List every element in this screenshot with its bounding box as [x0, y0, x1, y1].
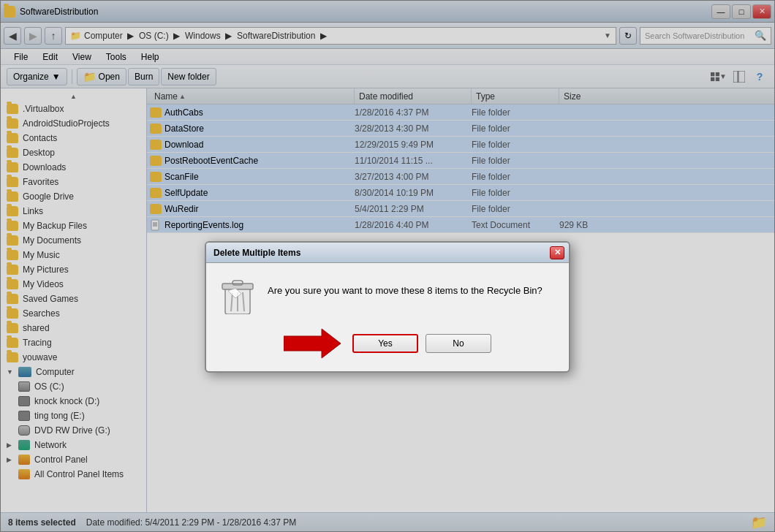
dialog-overlay: Delete Multiple Items ✕ — [0, 0, 775, 532]
dialog-body: Are you sure you want to move these 8 it… — [206, 263, 569, 327]
dialog-close-button[interactable]: ✕ — [550, 246, 564, 259]
yes-button[interactable]: Yes — [352, 334, 418, 353]
dialog-title: Delete Multiple Items — [213, 248, 300, 258]
red-arrow-icon — [284, 327, 342, 360]
recycle-bin-icon — [221, 278, 256, 316]
dialog-buttons: Yes No — [206, 327, 569, 371]
delete-dialog: Delete Multiple Items ✕ — [205, 241, 570, 373]
dialog-message: Are you sure you want to move these 8 it… — [268, 278, 554, 298]
arrow-indicator — [284, 327, 342, 360]
svg-marker-17 — [284, 329, 341, 358]
no-button[interactable]: No — [426, 334, 491, 353]
dialog-title-bar: Delete Multiple Items ✕ — [206, 243, 569, 263]
svg-rect-14 — [222, 284, 253, 289]
